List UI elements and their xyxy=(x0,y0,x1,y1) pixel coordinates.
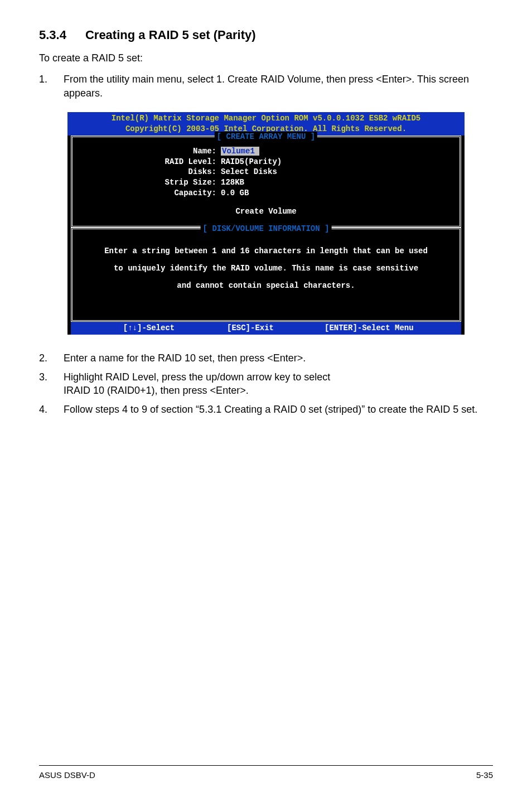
section-title-text: Creating a RAID 5 set (Parity) xyxy=(85,28,256,42)
footer-enter: [ENTER]-Select Menu xyxy=(325,323,461,334)
step-text: Follow steps 4 to 9 of section “5.3.1 Cr… xyxy=(64,403,493,416)
value-name: Volume1 xyxy=(221,147,259,156)
step-number: 3. xyxy=(39,370,64,398)
footer-product: ASUS DSBV-D xyxy=(39,770,95,780)
step-number: 1. xyxy=(39,73,64,100)
create-array-title: [ CREATE ARRAY MENU ] xyxy=(215,132,317,142)
row-name: Name: Volume1 xyxy=(81,146,451,157)
label-disks: Disks: xyxy=(81,167,221,177)
label-strip-size: Strip Size: xyxy=(81,177,221,188)
step-2: 2. Enter a name for the RAID 10 set, the… xyxy=(39,351,493,365)
bios-header-line1: Intel(R) Matrix Storage Manager Option R… xyxy=(67,113,465,124)
disk-volume-info-frame: [ DISK/VOLUME INFORMATION ] Enter a stri… xyxy=(71,228,461,322)
label-capacity: Capacity: xyxy=(81,188,221,199)
label-raid-level: RAID Level: xyxy=(81,157,221,167)
row-disks: Disks: Select Disks xyxy=(81,167,451,177)
step-text: Enter a name for the RAID 10 set, then p… xyxy=(64,351,493,365)
step-3: 3. Highlight RAID Level, press the up/do… xyxy=(39,370,493,398)
row-strip-size: Strip Size: 128KB xyxy=(81,177,451,188)
row-capacity: Capacity: 0.0 GB xyxy=(81,188,451,199)
info-line3: and cannot contain special characters. xyxy=(81,277,451,294)
create-array-frame: [ CREATE ARRAY MENU ] Name: Volume1 RAID… xyxy=(71,136,461,228)
value-capacity: 0.0 GB xyxy=(221,188,249,199)
bios-footer: [↑↓]-Select [ESC]-Exit [ENTER]-Select Me… xyxy=(71,322,461,335)
disk-volume-info-title: [ DISK/VOLUME INFORMATION ] xyxy=(201,224,332,234)
footer-exit: [ESC]-Exit xyxy=(227,323,325,334)
step-text: Highlight RAID Level, press the up/down … xyxy=(64,370,493,398)
bios-screenshot: Intel(R) Matrix Storage Manager Option R… xyxy=(67,112,465,335)
footer-select: [↑↓]-Select xyxy=(71,323,227,334)
section-number: 5.3.4 xyxy=(39,28,66,42)
step-number: 2. xyxy=(39,351,64,365)
intro-text: To create a RAID 5 set: xyxy=(39,51,493,65)
value-disks: Select Disks xyxy=(221,167,277,177)
create-volume-action: Create Volume xyxy=(81,206,451,217)
step-1: 1. From the utility main menu, select 1.… xyxy=(39,73,493,100)
label-name: Name: xyxy=(81,146,221,157)
info-line1: Enter a string between 1 and 16 characte… xyxy=(81,243,451,260)
step3-line1: Highlight RAID Level, press the up/down … xyxy=(64,371,330,383)
step-text: From the utility main menu, select 1. Cr… xyxy=(64,73,493,100)
step-number: 4. xyxy=(39,403,64,416)
page-footer: ASUS DSBV-D 5-35 xyxy=(39,765,493,780)
section-heading: 5.3.4Creating a RAID 5 set (Parity) xyxy=(39,28,493,42)
info-line2: to uniquely identify the RAID volume. Th… xyxy=(81,260,451,277)
step-4: 4. Follow steps 4 to 9 of section “5.3.1… xyxy=(39,403,493,416)
footer-page-number: 5-35 xyxy=(476,770,493,780)
value-raid-level: RAID5(Parity) xyxy=(221,157,282,167)
value-strip-size: 128KB xyxy=(221,177,244,188)
row-raid-level: RAID Level: RAID5(Parity) xyxy=(81,157,451,167)
step3-line2: IRAID 10 (RAID0+1), then press <Enter>. xyxy=(64,385,249,396)
